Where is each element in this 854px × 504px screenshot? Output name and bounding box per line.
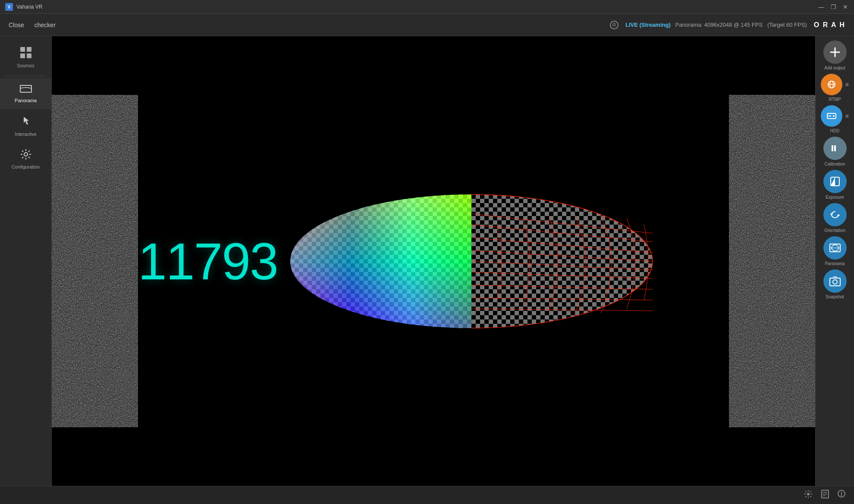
rtmp-icon [821,74,842,95]
maximize-button[interactable]: ❐ [830,3,837,10]
snapshot-icon [823,269,847,293]
rtmp-button[interactable]: ≡ RTMP [820,74,850,102]
canvas-area[interactable]: 11793 [52,36,815,486]
sidebar-item-interactive[interactable]: Interactive [0,109,51,143]
hdd-icon [821,105,842,127]
svg-rect-39 [832,145,833,151]
resolution-info: Panorama: 4096x2048 @ 145 FPS [675,22,763,28]
exposure-icon [823,170,847,193]
svg-point-37 [833,115,835,117]
info-icon[interactable] [838,490,845,501]
add-output-button[interactable]: Add output [820,41,850,70]
hdd-button[interactable]: ≡ HDD [820,105,850,133]
app-logo-icon: V [5,3,13,11]
orientation-icon [823,203,847,226]
hdd-row: ≡ [818,105,852,127]
rtmp-row: ≡ [818,74,852,95]
window-controls[interactable]: — ❐ ✕ [818,3,849,10]
sidebar-item-configuration[interactable]: Configuration [0,143,51,175]
snapshot-label: Snapshot [826,294,844,299]
checker-sphere [282,190,661,332]
sidebar-item-panorama[interactable]: Panorama [0,78,51,109]
sidebar-divider-1 [5,76,46,76]
rtmp-pipe-icon: ≡ [845,81,848,88]
close-source-button[interactable]: Close [9,22,24,28]
document-icon[interactable] [821,490,829,501]
snapshot-button[interactable]: Snapshot [820,269,850,299]
panorama-right-icon [823,236,847,260]
frame-number: 11793 [138,232,278,291]
add-output-icon [823,41,847,64]
configuration-icon [20,149,31,162]
topbar: Close checker ⚙ LIVE (Streaming) Panoram… [0,14,854,36]
calibration-icon [823,137,847,160]
svg-text:V: V [8,5,11,9]
sources-icon [20,47,32,60]
main-area: Sources Panorama Interactiv [0,36,854,486]
svg-point-46 [833,280,837,284]
interactive-icon [20,115,31,129]
noise-panel-right [729,36,815,486]
svg-rect-6 [20,85,31,92]
configuration-label: Configuration [12,164,40,169]
sidebar: Sources Panorama Interactiv [0,36,52,486]
calibration-button[interactable]: Calibration [820,137,850,166]
status-icon: ⚙ [610,21,619,29]
sources-label: Sources [17,63,34,68]
topbar-right: ⚙ LIVE (Streaming) Panorama: 4096x2048 @… [610,21,845,29]
svg-rect-40 [834,145,836,151]
svg-rect-45 [830,278,840,286]
svg-rect-4 [20,53,25,58]
hdd-label: HDD [830,128,840,133]
live-badge: LIVE (Streaming) [625,22,671,28]
svg-point-7 [24,153,28,156]
panorama-right-label: Panorama [825,261,845,266]
brand-logo: O R A H [814,21,845,29]
orientation-button[interactable]: Orientation [820,203,850,233]
target-fps: (Target 60 FPS) [767,22,807,28]
calibration-label: Calibration [825,162,845,166]
titlebar: V Vahana VR — ❐ ✕ [0,0,854,14]
settings-icon[interactable] [804,490,813,501]
svg-point-47 [807,493,810,495]
orientation-label: Orientation [824,228,845,233]
add-output-label: Add output [824,66,845,70]
close-button[interactable]: ✕ [842,3,849,10]
bottombar [0,486,854,504]
svg-rect-5 [27,53,31,58]
exposure-label: Exposure [826,195,844,200]
app-title: Vahana VR [16,4,818,10]
svg-rect-2 [20,47,25,52]
topbar-left: Close checker [9,22,56,28]
svg-point-9 [729,123,815,400]
status-text: LIVE (Streaming) Panorama: 4096x2048 @ 1… [625,22,807,28]
panorama-view: 11793 [52,36,815,486]
source-name: checker [35,22,56,28]
interactive-label: Interactive [15,131,37,137]
minimize-button[interactable]: — [818,3,825,10]
exposure-button[interactable]: Exposure [820,170,850,200]
svg-point-8 [52,123,138,400]
sidebar-item-sources[interactable]: Sources [0,41,51,74]
noise-panel-left [52,36,138,486]
rtmp-label: RTMP [829,97,841,102]
svg-point-54 [841,491,842,492]
hdd-pipe-icon: ≡ [845,113,848,119]
right-panel: Add output ≡ RTMP [815,36,854,486]
svg-rect-3 [27,47,31,52]
panorama-label: Panorama [15,98,37,103]
app-content: Close checker ⚙ LIVE (Streaming) Panoram… [0,14,854,504]
panorama-icon [20,84,32,95]
panorama-button[interactable]: Panorama [820,236,850,266]
